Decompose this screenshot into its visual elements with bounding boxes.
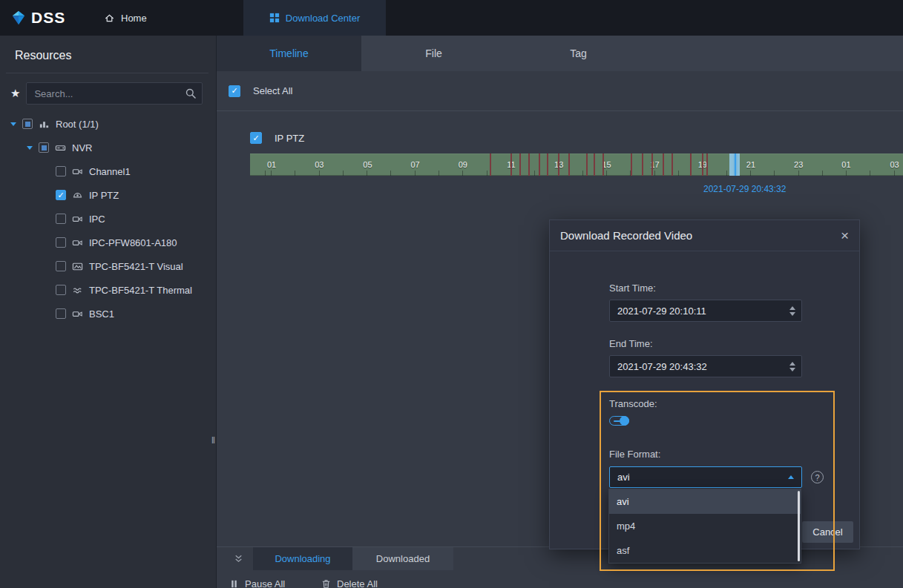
file-format-dropdown: avi mp4 asf — [608, 489, 801, 564]
scrollbar[interactable] — [798, 491, 800, 561]
start-time-input[interactable] — [609, 300, 802, 322]
event-mark — [671, 153, 673, 176]
tree-item-label: Root (1/1) — [56, 119, 99, 130]
event-mark — [690, 153, 692, 176]
stepper-icon[interactable] — [789, 362, 795, 371]
nvr-icon — [55, 142, 66, 153]
tree-item-channel1[interactable]: Channel1 — [0, 159, 216, 183]
tree-item-ipc-pfw8601[interactable]: IPC-PFW8601-A180 — [0, 231, 216, 254]
expand-arrow-icon[interactable] — [27, 146, 33, 150]
checkbox-ip-ptz[interactable] — [56, 190, 66, 200]
sidebar-collapse-handle[interactable]: ‖ — [211, 435, 216, 446]
favorites-star-icon[interactable]: ★ — [10, 87, 20, 100]
dome-camera-icon — [72, 190, 83, 201]
help-icon[interactable]: ? — [811, 471, 824, 483]
event-mark — [490, 153, 491, 176]
tree-item-label: TPC-BF5421-T Visual — [89, 261, 183, 272]
timeline-cursor-timestamp: 2021-07-29 20:43:32 — [703, 184, 786, 194]
event-mark — [519, 153, 521, 176]
cancel-button[interactable]: Cancel — [802, 521, 853, 543]
stepper-icon[interactable] — [789, 306, 795, 316]
dropdown-option-mp4[interactable]: mp4 — [609, 514, 801, 538]
trash-icon — [321, 578, 332, 588]
timeline-bar[interactable]: 01 03 05 07 09 11 13 15 17 19 21 23 01 0… — [250, 153, 903, 176]
tab-file[interactable]: File — [361, 36, 506, 71]
transcode-toggle[interactable] — [609, 416, 629, 426]
expand-arrow-icon[interactable] — [10, 122, 16, 126]
checkbox-ipc[interactable] — [56, 214, 66, 224]
timeline-cursor[interactable] — [735, 153, 736, 176]
tree-item-ipc[interactable]: IPC — [0, 207, 216, 231]
dss-download-center-app: DSS Home Download Center Resources ★ — [0, 0, 903, 588]
checkbox-tpc-thermal[interactable] — [56, 285, 66, 295]
delete-all-label: Delete All — [337, 578, 378, 588]
tree-item-tpc-thermal[interactable]: TPC-BF5421-T Thermal — [0, 278, 216, 302]
nav-download-center-tab[interactable]: Download Center — [243, 0, 386, 36]
collapse-panel-icon[interactable] — [233, 553, 244, 564]
channel-label: IP PTZ — [275, 133, 304, 144]
hour-label: 09 — [459, 160, 467, 169]
tree-item-root[interactable]: Root (1/1) — [0, 112, 216, 136]
end-time-value[interactable] — [610, 361, 789, 372]
dropdown-option-asf[interactable]: asf — [609, 538, 801, 563]
visual-camera-icon — [72, 261, 83, 272]
close-icon[interactable]: × — [841, 228, 849, 242]
pause-icon — [229, 578, 240, 588]
sidebar-title: Resources — [0, 36, 216, 62]
event-mark — [631, 153, 632, 176]
checkbox-root[interactable] — [22, 119, 33, 129]
search-input[interactable] — [26, 82, 203, 105]
toggle-knob — [620, 416, 629, 426]
delete-all-button[interactable]: Delete All — [321, 578, 378, 588]
home-icon — [104, 13, 115, 24]
nav-home-label: Home — [121, 13, 147, 24]
resources-sidebar: Resources ★ Root (1/1) NVR — [0, 36, 217, 588]
checkbox-nvr[interactable] — [39, 142, 49, 153]
checkbox-channel1[interactable] — [56, 166, 66, 176]
select-all-row: Select All — [217, 71, 903, 111]
pause-all-button[interactable]: Pause All — [229, 578, 285, 588]
checkbox-tpc-visual[interactable] — [56, 261, 66, 271]
tab-tag[interactable]: Tag — [506, 36, 651, 71]
tree-item-label: Channel1 — [89, 166, 131, 177]
tree-item-tpc-visual[interactable]: TPC-BF5421-T Visual — [0, 254, 216, 278]
tree-item-bsc1[interactable]: BSC1 — [0, 302, 216, 326]
tab-downloading[interactable]: Downloading — [253, 547, 352, 570]
content-tab-bar: Timeline File Tag — [217, 36, 903, 71]
device-tree: Root (1/1) NVR Channel1 IP PTZ — [0, 112, 216, 326]
pause-all-label: Pause All — [245, 578, 285, 588]
camera-icon — [72, 308, 83, 320]
hour-label: 03 — [890, 160, 899, 169]
start-time-label: Start Time: — [609, 283, 656, 294]
dss-logo-text: DSS — [31, 9, 65, 27]
search-box — [26, 82, 203, 105]
dialog-header: Download Recorded Video × — [550, 220, 859, 251]
event-mark — [510, 153, 512, 176]
tab-downloaded[interactable]: Downloaded — [352, 547, 453, 570]
checkbox-ipc-pfw8601[interactable] — [56, 237, 66, 248]
dialog-title: Download Recorded Video — [560, 229, 692, 242]
search-icon[interactable] — [185, 87, 197, 99]
select-all-label: Select All — [253, 85, 292, 96]
dropdown-option-avi[interactable]: avi — [609, 489, 801, 514]
hour-label: 01 — [267, 160, 276, 169]
checkbox-bsc1[interactable] — [56, 308, 66, 319]
select-all-checkbox[interactable] — [229, 85, 240, 97]
channel-checkbox[interactable] — [250, 132, 262, 144]
event-mark — [594, 153, 595, 176]
nav-home[interactable]: Home — [104, 0, 147, 36]
start-time-value[interactable] — [610, 305, 789, 317]
hour-label: 23 — [794, 160, 803, 169]
event-mark — [663, 153, 664, 176]
tree-item-ip-ptz[interactable]: IP PTZ — [0, 183, 216, 207]
tree-item-label: NVR — [72, 142, 92, 153]
hour-label: 07 — [411, 160, 420, 169]
hour-label: 01 — [841, 160, 850, 169]
event-mark — [651, 153, 653, 176]
file-format-label: File Format: — [609, 449, 660, 460]
dss-diamond-icon — [10, 10, 27, 26]
tree-item-nvr[interactable]: NVR — [0, 136, 216, 159]
end-time-input[interactable] — [609, 355, 802, 377]
tab-timeline[interactable]: Timeline — [217, 36, 361, 71]
file-format-select[interactable]: avi — [609, 466, 802, 488]
